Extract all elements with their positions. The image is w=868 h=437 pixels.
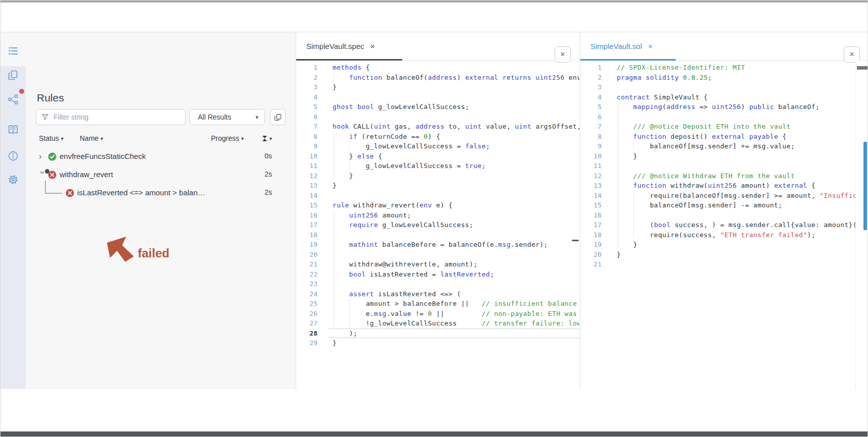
info-icon[interactable]: [8, 150, 19, 161]
call-graph-icon[interactable]: [8, 94, 19, 105]
duplicate-results-button[interactable]: [270, 109, 286, 125]
tab-simplevault-spec[interactable]: SimpleVault.spec ×: [296, 32, 384, 60]
code-line-2: 2pragma solidity 0.8.25;: [580, 73, 868, 83]
indent-guide: [633, 192, 634, 239]
code-line-4: 4: [296, 92, 579, 102]
line-number: 17: [296, 220, 329, 230]
line-number: 4: [580, 92, 613, 102]
line-number: 8: [580, 132, 613, 142]
rule-status-dot: [45, 169, 49, 174]
status-column-label: Status: [39, 134, 59, 142]
rules-list-icon[interactable]: [8, 45, 19, 57]
rules-table-header: Status▾ Name▾ Progress▾ ▾: [26, 134, 296, 144]
sort-caret-icon: ▾: [100, 136, 103, 141]
line-number: 25: [296, 299, 329, 309]
code-text: require g_lowLevelCallSuccess;: [329, 220, 579, 230]
indent-guide: [334, 74, 334, 81]
filter-string-input[interactable]: [52, 113, 185, 122]
code-line-28: 28 );: [296, 329, 579, 339]
code-text: assert isLastReverted <=> (: [329, 289, 579, 299]
code-line-26: 26 e.msg.value != 0 || // non-payable: E…: [296, 309, 579, 319]
code-line-8: 8 if (returnCode == 0) {: [296, 132, 579, 142]
column-header-progress[interactable]: Progress▾: [211, 134, 244, 142]
line-number: 26: [296, 309, 329, 319]
rule-label[interactable]: envfreeFuncsStaticCheck: [60, 152, 146, 160]
notification-dot: [19, 89, 24, 94]
line-number: 7: [296, 122, 329, 132]
failed-annotation-text: failed: [138, 246, 170, 260]
tab-label: SimpleVault.sol: [590, 42, 642, 50]
tab-simplevault-sol[interactable]: SimpleVault.sol ×: [580, 32, 662, 60]
code-line-5: 5 mapping(address => uint256) public bal…: [580, 102, 868, 112]
tab-label: SimpleVault.spec: [306, 42, 364, 50]
spec-tab-bar: SimpleVault.spec × ×: [296, 32, 579, 61]
line-number: 18: [580, 230, 613, 240]
docs-book-icon[interactable]: [8, 124, 19, 135]
line-number: 13: [580, 181, 613, 191]
rule-row-3[interactable]: isLastReverted <=> amount > balan…2s: [26, 187, 296, 199]
code-line-9: 9 g_lowLevelCallSuccess = false;: [296, 141, 579, 151]
code-line-21: 21 withdraw@withrevert(e, amount);: [296, 259, 579, 269]
code-line-7: 7 /// @notice Deposit ETH into the vault: [580, 122, 868, 132]
column-header-name[interactable]: Name▾: [80, 134, 103, 142]
line-number: 2: [296, 73, 329, 83]
rule-duration: 0s: [264, 152, 272, 160]
code-text: require(success, "ETH transfer failed");: [613, 230, 868, 240]
code-line-11: 11: [580, 161, 868, 171]
line-number: 19: [296, 240, 329, 250]
code-text: }: [613, 240, 868, 250]
rule-row-1[interactable]: ›envfreeFuncsStaticCheck0s: [26, 150, 296, 162]
line-number: 8: [296, 132, 329, 142]
line-number: 19: [580, 240, 613, 250]
code-text: bool isLastReverted = lastReverted;: [329, 269, 579, 280]
code-line-9: 9 balanceOf[msg.sender] += msg.value;: [580, 141, 868, 151]
pane-resize-handle[interactable]: [572, 240, 579, 241]
line-number: 3: [296, 82, 329, 92]
code-line-12: 12 /// @notice Withdraw ETH from the vau…: [580, 171, 868, 181]
sol-code-area[interactable]: 1// SPDX-License-Identifier: MIT2pragma …: [580, 61, 868, 389]
line-number: 5: [296, 102, 329, 112]
code-line-15: 15 balanceOf[msg.sender] -= amount;: [580, 200, 868, 210]
code-line-7: 7hook CALL(uint gas, address to, uint va…: [296, 122, 579, 132]
line-number: 28: [296, 329, 329, 339]
line-number: 12: [580, 171, 613, 181]
code-line-18: 18 require(success, "ETH transfer failed…: [580, 230, 868, 240]
code-line-13: 13 function withdraw(uint256 amount) ext…: [580, 181, 868, 191]
line-number: 20: [296, 250, 329, 260]
code-text: function withdraw(uint256 amount) extern…: [613, 181, 868, 191]
passed-check-icon: [48, 152, 57, 163]
vertical-scrollbar-thumb[interactable]: [863, 142, 867, 230]
files-copy-icon[interactable]: [8, 70, 19, 81]
code-text: (bool success, ) = msg.sender.call{value…: [613, 220, 868, 230]
code-text: hook CALL(uint gas, address to, uint val…: [329, 122, 579, 132]
editor-pane-spec: SimpleVault.spec × × 1methods {2 functio…: [296, 32, 579, 389]
rule-label[interactable]: withdraw_revert: [60, 170, 113, 179]
results-filter-dropdown[interactable]: All Results ▾: [189, 109, 265, 125]
tab-close-icon[interactable]: ×: [370, 42, 375, 50]
code-text: withdraw@withrevert(e, amount);: [329, 259, 579, 269]
rule-label[interactable]: isLastReverted <=> amount > balan…: [77, 188, 205, 197]
settings-gear-icon[interactable]: [8, 174, 19, 185]
line-number: 29: [296, 338, 329, 348]
spec-code-lines: 1methods {2 function balanceOf(address) …: [296, 63, 579, 348]
code-line-10: 10 } else {: [296, 151, 579, 161]
code-text: e.msg.value != 0 || // non-payable: ETH …: [329, 309, 579, 319]
tab-close-icon[interactable]: ×: [648, 42, 653, 50]
code-line-3: 3: [580, 82, 868, 92]
tree-connector: [45, 181, 46, 193]
code-line-16: 16: [580, 210, 868, 221]
column-header-duration[interactable]: ▾: [262, 134, 272, 142]
rule-row-2[interactable]: ›withdraw_revert2s: [26, 169, 296, 181]
line-number: 4: [296, 92, 329, 102]
line-number: 5: [580, 102, 613, 112]
expand-chevron-icon[interactable]: ›: [39, 151, 42, 162]
code-line-29: 29}: [296, 338, 579, 348]
filter-input-box[interactable]: [36, 109, 186, 125]
indent-guide: [334, 211, 334, 327]
indent-guide: [349, 300, 350, 327]
code-line-2: 2 function balanceOf(address) external r…: [296, 73, 579, 83]
line-number: 14: [296, 191, 329, 201]
spec-code-area[interactable]: 1methods {2 function balanceOf(address) …: [296, 61, 579, 389]
line-number: 22: [296, 269, 329, 280]
column-header-status[interactable]: Status▾: [39, 134, 64, 142]
